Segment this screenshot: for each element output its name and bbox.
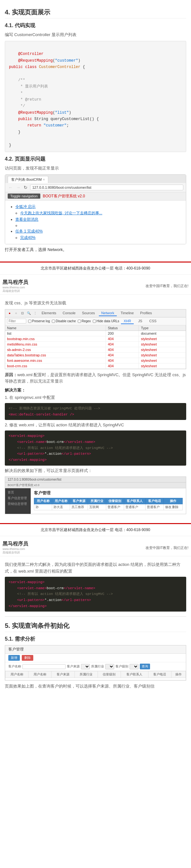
row-name: font-awesome.min.css xyxy=(5,358,106,363)
th-name: 用户名称 xyxy=(34,498,52,504)
th-source: 客户来源 xyxy=(70,498,88,504)
th-phone: 客户电话 xyxy=(145,498,163,504)
tab-console[interactable]: Console xyxy=(60,310,78,316)
row-status: 404 xyxy=(106,341,139,347)
tab-elements[interactable]: Elements xyxy=(39,310,59,316)
ad-sub1-1: www.itheima.com xyxy=(3,286,28,289)
table-row: boot-crm.css 404 stylesheet xyxy=(5,363,186,369)
browser-mockup: 客户列表-BootCRM × ← → ↻ 127.0.0.1:8080/boot… xyxy=(5,174,186,244)
regex-check[interactable] xyxy=(78,320,81,323)
td-name: 孙 xyxy=(34,504,52,510)
reload-icon[interactable]: ↻ xyxy=(23,184,28,191)
ad-banner-left-2: 黑马程序员 www.itheima.com 高端就业培训 xyxy=(3,541,28,555)
hide-data-urls-label: Hide data URLs xyxy=(97,319,119,323)
network-table: Name Status Type list 200 document boots… xyxy=(5,326,186,369)
row-name: metisMenu.min.css xyxy=(5,341,106,347)
td-source: 员工推荐 xyxy=(70,504,88,510)
screenshot-label-bar: BOOT客户管理系统 v2.0 xyxy=(5,483,186,488)
tab-profiles[interactable]: Profiles xyxy=(138,310,155,316)
table-row: dataTables.bootstrap.css 404 stylesheet xyxy=(5,352,186,358)
footer-1-text: 北京市昌平区建材城西路金燕龙办公楼一层 电话：400-618-9090 xyxy=(40,266,150,271)
ad-banner-left-1: 黑马程序员 www.itheima.com 高端就业培训 xyxy=(3,279,28,293)
table-row: bootstrap.min.css 404 stylesheet xyxy=(5,336,186,341)
row-status: 404 xyxy=(106,352,139,358)
forward-icon[interactable]: → xyxy=(16,184,21,191)
table-row: list 200 document xyxy=(5,331,186,336)
screenshot-url-bar: 127.0.0.1:8080/boot-crm/customer/list xyxy=(5,477,186,483)
row-status: 200 xyxy=(106,331,139,336)
menu-item-2-link[interactable]: 查看全部消息 xyxy=(16,217,38,222)
section-41-title: 4.1. 代码实现 xyxy=(5,22,186,29)
settings-icon[interactable]: ⋮ xyxy=(33,311,38,316)
regex-checkbox[interactable]: Regex xyxy=(78,319,91,323)
filter-level-select[interactable] xyxy=(130,664,139,669)
footer-banner-2: 北京市昌平区建材城西路金燕龙办公楼一层 电话：400-618-9090 xyxy=(0,523,191,536)
sidebar-item-home: 首页 xyxy=(8,490,28,495)
section-divider xyxy=(5,616,186,617)
table-row: sb-admin-2.css 404 stylesheet xyxy=(5,347,186,352)
preserve-log-check[interactable] xyxy=(28,320,31,323)
clear-icon[interactable] xyxy=(13,311,19,316)
add-btn[interactable]: 新增 xyxy=(8,655,20,661)
row-type: stylesheet xyxy=(139,336,186,341)
step-1-title: 1. 在 springmvc.xml 中配置 xyxy=(5,394,186,401)
browser-body: 令狐冲 启示 今天跑上街大家找我吃饭, 讨论一下去稀庄的事... 查看全部消息 … xyxy=(5,200,186,244)
td-phone: 普通客户 xyxy=(145,504,163,510)
hide-data-urls-checkbox[interactable]: Hide data URLs xyxy=(93,319,119,323)
menu-item-3-sub-link[interactable]: 完成40% xyxy=(20,235,35,240)
tab-title: 客户列表-BootCRM xyxy=(11,177,42,182)
tab-timeline[interactable]: Timeline xyxy=(118,310,136,316)
th-action: 操作 xyxy=(163,498,182,504)
open-devtools-note: 打开开发者工具，选择 Network。 xyxy=(5,247,186,253)
ad-sub2-2: 高端就业培训 xyxy=(3,551,28,555)
search-icon[interactable]: 🔍 xyxy=(26,311,31,316)
address-bar[interactable]: 127.0.0.1:8080/boot-crm/customer/list xyxy=(30,185,183,190)
th-industry: 所属行业 xyxy=(88,498,106,504)
col-status: Status xyxy=(106,326,139,331)
back-icon[interactable]: ← xyxy=(8,184,13,191)
brand-link[interactable]: BOOT客户管理系统 v2.0 xyxy=(43,193,85,199)
tab-close-icon[interactable]: × xyxy=(43,178,45,181)
code-controller: @Controller @RequestMapping("customer") … xyxy=(5,41,186,152)
regex-label: Regex xyxy=(82,319,91,323)
disable-cache-checkbox[interactable]: Disable cache xyxy=(52,319,76,323)
filter-source-select[interactable] xyxy=(81,664,90,669)
filter-xhr[interactable]: XHR xyxy=(121,318,133,324)
menu-item-1-sub-link[interactable]: 今天跑上街大家找我吃饭, 讨论一下去稀庄的事... xyxy=(20,211,102,215)
disable-cache-check[interactable] xyxy=(52,320,55,323)
row-name: bootstrap.min.css xyxy=(5,336,106,341)
list-th-name2: 用户名称 xyxy=(28,671,52,678)
row-type: document xyxy=(139,331,186,336)
ad-banner-1: 黑马程序员 www.itheima.com 高端就业培训 改变中国IT教育，我们… xyxy=(0,278,191,295)
filter-icon[interactable]: ⊡ xyxy=(20,311,25,316)
xml-code-step2: <servlet-mapping> <servlet-name>boot-crm… xyxy=(5,431,186,465)
filter-industry-label: 所属行业 xyxy=(91,664,104,669)
delete-btn[interactable]: 删除 xyxy=(22,655,33,661)
record-icon[interactable] xyxy=(7,311,12,316)
filter-css[interactable]: CSS xyxy=(147,318,159,324)
solution-note-desc: 我们使用第二种方式解决，因为此项目中的页面的请求都是以 action 结尾的，所… xyxy=(5,561,186,575)
hide-data-urls-check[interactable] xyxy=(93,320,96,323)
row-type: stylesheet xyxy=(139,358,186,363)
menu-item-3-link[interactable]: 任务 1 完成40% xyxy=(16,229,43,234)
devtools-mockup: ⊡ 🔍 ⋮ Elements Console Sources Network T… xyxy=(5,309,186,369)
tab-sources[interactable]: Sources xyxy=(79,310,97,316)
preserve-log-checkbox[interactable]: Preserve log xyxy=(28,319,50,323)
filter-source-label: 客户来源 xyxy=(67,664,80,669)
col-type: Type xyxy=(139,326,186,331)
tab-network[interactable]: Network xyxy=(99,310,117,316)
search-btn[interactable]: 查询 xyxy=(140,663,150,669)
row-type: stylesheet xyxy=(139,347,186,352)
filter-name-input[interactable] xyxy=(22,664,65,669)
filter-input[interactable] xyxy=(7,319,26,323)
section-4-title: 4. 实现页面展示 xyxy=(5,8,186,19)
th-name2: 用户名称 xyxy=(52,498,70,504)
toggle-nav-button[interactable]: Toggle navigation xyxy=(8,193,40,199)
working-page-screenshot: 127.0.0.1:8080/boot-crm/customer/list BO… xyxy=(5,476,186,514)
filter-industry-select[interactable] xyxy=(105,664,114,669)
menu-item-1-link[interactable]: 令狐冲 启示 xyxy=(16,205,35,209)
filter-js[interactable]: JS xyxy=(136,318,145,324)
browser-tab[interactable]: 客户列表-BootCRM × xyxy=(8,176,48,183)
td-name2: 孙大圣 xyxy=(52,504,70,510)
row-status: 404 xyxy=(106,347,139,352)
